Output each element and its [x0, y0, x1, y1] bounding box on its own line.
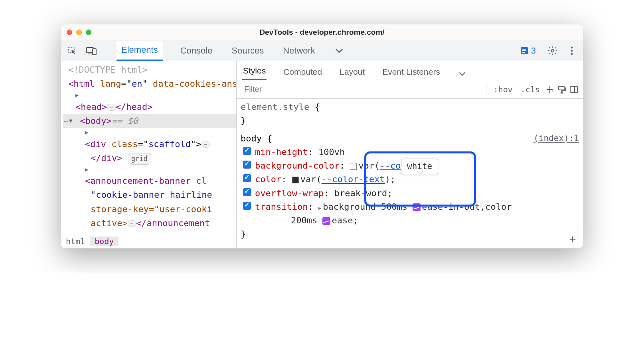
svg-rect-4: [522, 49, 526, 50]
tab-console[interactable]: Console: [179, 41, 214, 61]
dom-head[interactable]: <head>⋯</head>: [63, 91, 236, 114]
issues-badge[interactable]: 3: [520, 46, 536, 56]
svg-rect-11: [559, 86, 564, 90]
expand-icon[interactable]: [85, 165, 91, 174]
separator: [105, 45, 105, 56]
gutter-dots-icon[interactable]: ⋯: [63, 115, 68, 127]
more-tabs-button[interactable]: [333, 41, 347, 61]
breadcrumbs: html body: [61, 234, 236, 248]
selector-text: element.style: [241, 102, 309, 112]
inspect-element-icon[interactable]: [66, 44, 79, 58]
toggle-checkbox[interactable]: [243, 161, 251, 169]
svg-rect-12: [561, 92, 563, 93]
svg-rect-6: [522, 52, 525, 53]
subtab-styles[interactable]: Styles: [242, 63, 267, 80]
device-toolbar-icon[interactable]: [85, 44, 98, 58]
dom-banner[interactable]: <announcement-banner cl "cookie-banner h…: [63, 165, 236, 230]
subtab-computed[interactable]: Computed: [282, 64, 323, 80]
dom-html-open[interactable]: <html lang="en" data-cookies-answered da…: [63, 77, 236, 91]
dom-tree[interactable]: <!DOCTYPE html> <html lang="en" data-coo…: [61, 61, 236, 234]
elements-panel: <!DOCTYPE html> <html lang="en" data-coo…: [61, 61, 237, 248]
kebab-menu-icon[interactable]: [565, 44, 578, 58]
filter-bar: :hov .cls: [237, 80, 583, 99]
more-subtabs-button[interactable]: [457, 68, 469, 80]
hov-button[interactable]: :hov: [490, 85, 517, 94]
color-swatch-icon[interactable]: [292, 177, 299, 183]
rule-element-style[interactable]: element.style { }: [241, 100, 579, 129]
dom-doctype: <!DOCTYPE html>: [68, 65, 148, 75]
selected-marker: == $0: [112, 114, 138, 128]
color-swatch-icon[interactable]: [350, 163, 357, 170]
new-style-rule-icon[interactable]: [544, 84, 556, 95]
filter-input[interactable]: [240, 83, 486, 96]
expand-icon[interactable]: [85, 128, 91, 137]
css-var-link[interactable]: --color-text: [322, 174, 385, 184]
cls-button[interactable]: .cls: [517, 85, 544, 94]
tooltip-text: white: [407, 161, 432, 171]
toggle-checkbox[interactable]: [243, 147, 251, 155]
decl-transition[interactable]: transition: background 500ms ease-in-out…: [241, 200, 579, 227]
styles-panel: Styles Computed Layout Event Listeners :…: [237, 61, 583, 248]
decl-color[interactable]: color: var(--color-text);: [241, 173, 579, 186]
window-title: DevTools - developer.chrome.com/: [259, 28, 384, 37]
expand-icon[interactable]: [75, 91, 81, 99]
subtab-layout[interactable]: Layout: [339, 64, 365, 80]
svg-rect-5: [522, 50, 526, 51]
svg-point-9: [571, 50, 573, 52]
main-toolbar: Elements Console Sources Network 3: [61, 40, 583, 61]
dom-body-selected[interactable]: ⋯ <body> == $0: [63, 114, 236, 128]
source-link[interactable]: (index):1: [533, 132, 579, 145]
cubic-bezier-icon[interactable]: [413, 203, 421, 211]
toggle-sidebar-icon[interactable]: [568, 84, 580, 95]
issues-count: 3: [531, 46, 536, 56]
crumb-body[interactable]: body: [90, 237, 119, 246]
value-tooltip: white: [401, 159, 438, 174]
selector-text: body: [241, 133, 262, 143]
svg-rect-2: [93, 49, 96, 55]
main-tabs: Elements Console Sources Network: [117, 41, 514, 61]
crumb-html[interactable]: html: [61, 237, 90, 246]
minimize-window-button[interactable]: [76, 30, 82, 35]
tab-elements[interactable]: Elements: [117, 41, 163, 61]
decl-min-height[interactable]: min-height: 100vh: [241, 145, 579, 159]
ellipsis-icon[interactable]: ⋯: [201, 141, 209, 148]
devtools-window: DevTools - developer.chrome.com/ Element…: [61, 24, 583, 249]
ellipsis-icon[interactable]: ⋯: [107, 104, 115, 111]
toggle-checkbox[interactable]: [243, 202, 251, 210]
ellipsis-icon[interactable]: ⋯: [128, 220, 136, 227]
tab-sources[interactable]: Sources: [230, 41, 265, 61]
titlebar: DevTools - developer.chrome.com/: [61, 24, 583, 40]
svg-point-8: [571, 46, 573, 48]
close-window-button[interactable]: [67, 30, 72, 35]
grid-badge[interactable]: grid: [128, 153, 151, 165]
traffic-lights: [67, 30, 91, 35]
cubic-bezier-icon[interactable]: [322, 217, 330, 225]
sidebar-tabs: Styles Computed Layout Event Listeners: [237, 61, 583, 80]
toggle-checkbox[interactable]: [243, 188, 251, 196]
zoom-window-button[interactable]: [86, 30, 91, 35]
toggle-checkbox[interactable]: [243, 174, 251, 182]
settings-icon[interactable]: [546, 44, 559, 58]
svg-point-7: [551, 49, 554, 52]
rule-body[interactable]: (index):1 body { min-height: 100vh backg…: [241, 132, 579, 243]
subtab-eventlisteners[interactable]: Event Listeners: [381, 64, 441, 80]
tab-network[interactable]: Network: [281, 41, 317, 61]
add-selector-button[interactable]: ＋: [567, 230, 578, 247]
svg-rect-13: [570, 86, 577, 93]
decl-overflow-wrap[interactable]: overflow-wrap: break-word;: [241, 187, 579, 200]
collapse-icon[interactable]: [69, 116, 75, 125]
paint-icon[interactable]: [556, 84, 568, 95]
main-split: <!DOCTYPE html> <html lang="en" data-coo…: [61, 61, 583, 248]
svg-point-10: [571, 53, 573, 55]
expand-shorthand-icon[interactable]: [318, 202, 323, 212]
styles-content[interactable]: element.style { } (index):1 body { min-h…: [237, 99, 583, 248]
dom-scaffold[interactable]: <div class="scaffold">⋯ </div> grid: [63, 128, 236, 165]
